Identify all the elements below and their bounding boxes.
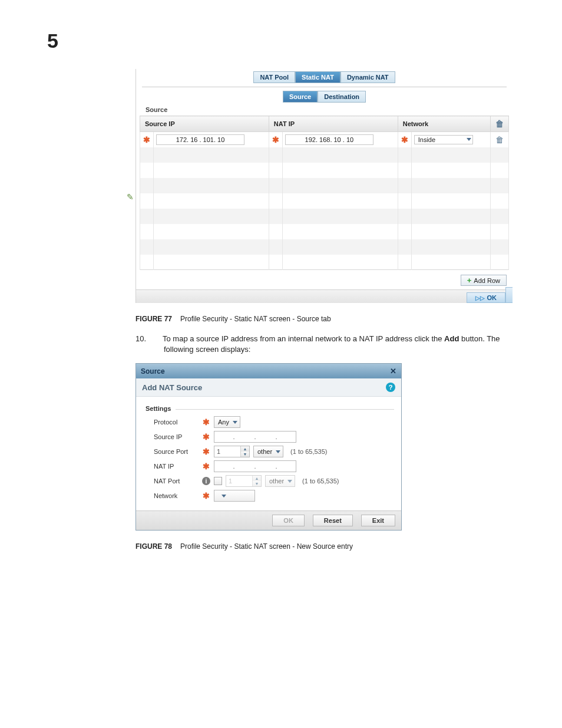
protocol-select[interactable]: Any: [214, 416, 240, 428]
row-nat-ip: NAT IP ✱ ...: [154, 460, 394, 472]
required-icon: ✱: [202, 462, 210, 471]
fieldset-label: Settings: [143, 405, 171, 412]
figure-78-caption: FIGURE 78Profile Security - Static NAT s…: [135, 542, 509, 551]
table-row: [140, 224, 509, 239]
figure-78-modal: Source ✕ Add NAT Source ? Settings Proto…: [135, 363, 402, 531]
required-icon: ✱: [202, 417, 210, 427]
required-icon: ✱: [202, 432, 210, 442]
modal-subtitle: Add NAT Source ?: [136, 378, 401, 397]
chevron-down-icon: [233, 421, 237, 424]
panel-edge-button[interactable]: [505, 287, 513, 303]
modal-titlebar: Source ✕: [136, 364, 401, 378]
required-icon: ✱: [143, 135, 151, 144]
table-row: [140, 255, 509, 270]
required-icon: ✱: [202, 491, 210, 500]
figure-77-caption: FIGURE 77Profile Security - Static NAT s…: [135, 315, 509, 323]
spin-down-icon[interactable]: ▼: [241, 452, 249, 457]
chevron-down-icon: [287, 480, 292, 483]
spin-up-icon[interactable]: ▲: [241, 446, 249, 452]
col-source-ip[interactable]: Source IP: [140, 116, 269, 132]
modal-ok-button: OK: [272, 515, 305, 526]
spin-up-icon: ▲: [253, 476, 261, 481]
table-row: [140, 209, 509, 224]
source-port-type-select[interactable]: other: [253, 446, 283, 457]
help-icon[interactable]: ?: [386, 383, 395, 392]
main-tab-bar: NAT Pool Static NAT Dynamic NAT: [136, 69, 513, 83]
modal-reset-button[interactable]: Reset: [313, 515, 353, 526]
col-network[interactable]: Network: [398, 116, 490, 132]
edit-icon[interactable]: ✎: [127, 192, 134, 202]
network-select[interactable]: [214, 490, 255, 502]
source-ip-input[interactable]: ...: [214, 431, 296, 443]
col-nat-ip[interactable]: NAT IP: [269, 116, 398, 132]
plus-icon: +: [467, 276, 472, 284]
table-row: [140, 178, 509, 193]
required-icon: ✱: [272, 135, 280, 144]
nat-ip-input[interactable]: 192. 168. 10 . 10: [285, 134, 373, 145]
tab-static-nat[interactable]: Static NAT: [295, 71, 340, 83]
chevron-down-icon: [467, 138, 471, 141]
delete-row-icon[interactable]: 🗑: [495, 135, 504, 144]
source-port-spinner[interactable]: ▲▼: [214, 446, 250, 457]
table-row: [140, 163, 509, 178]
subtab-source[interactable]: Source: [283, 91, 318, 103]
chevron-down-icon: [222, 495, 226, 498]
nat-port-type-select: other: [265, 475, 295, 487]
fast-forward-icon: ▷▷: [475, 295, 485, 301]
table-row[interactable]: ✱ 172. 16 . 101. 10 ✱ 192. 168. 10 . 10 …: [140, 132, 509, 147]
required-icon: ✱: [202, 447, 210, 456]
figure-77-screenshot: NAT Pool Static NAT Dynamic NAT Source D…: [135, 69, 513, 303]
hint-text: (1 to 65,535): [302, 477, 339, 485]
modal-title-text: Source: [141, 367, 165, 375]
modal-exit-button[interactable]: Exit: [361, 515, 395, 526]
step-10: 10.To map a source IP address from an in…: [150, 334, 509, 355]
required-icon: ✱: [401, 135, 409, 144]
chevron-down-icon: [276, 450, 280, 453]
section-heading: Source: [136, 103, 513, 113]
modal-footer: OK Reset Exit: [136, 510, 401, 530]
row-nat-port: NAT Port i ▲▼ other (1 to 65,535): [154, 475, 394, 487]
ok-button[interactable]: ▷▷OK: [467, 292, 506, 303]
tab-nat-pool[interactable]: NAT Pool: [253, 71, 295, 83]
table-row: [140, 239, 509, 255]
info-icon: i: [202, 477, 210, 485]
source-table: Source IP NAT IP Network 🗑 ✱ 172. 16 . 1…: [140, 116, 509, 270]
close-icon[interactable]: ✕: [390, 367, 396, 375]
table-row: [140, 193, 509, 209]
row-source-ip: Source IP ✱ ...: [154, 431, 394, 443]
nat-port-spinner: ▲▼: [226, 475, 262, 487]
row-network: Network ✱: [154, 490, 394, 502]
hint-text: (1 to 65,535): [290, 448, 327, 455]
nat-port-enable-checkbox[interactable]: [214, 477, 222, 485]
sub-tab-bar: Source Destination: [136, 87, 513, 103]
delete-all-icon[interactable]: 🗑: [495, 119, 504, 129]
tab-dynamic-nat[interactable]: Dynamic NAT: [340, 71, 395, 83]
page-number: 5: [47, 29, 509, 52]
source-ip-input[interactable]: 172. 16 . 101. 10: [156, 134, 244, 145]
row-protocol: Protocol ✱ Any: [154, 416, 394, 428]
add-row-button[interactable]: +Add Row: [461, 275, 507, 286]
spin-down-icon: ▼: [253, 481, 261, 486]
nat-ip-input[interactable]: ...: [214, 460, 296, 472]
network-select[interactable]: Inside: [414, 135, 473, 144]
table-row: [140, 147, 509, 163]
subtab-destination[interactable]: Destination: [318, 91, 366, 103]
row-source-port: Source Port ✱ ▲▼ other (1 to 65,535): [154, 446, 394, 457]
